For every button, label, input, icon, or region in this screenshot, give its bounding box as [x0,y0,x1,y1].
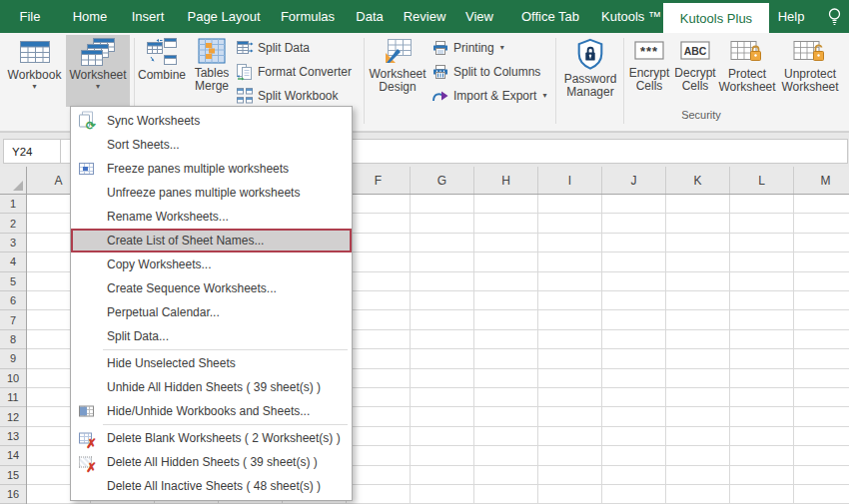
menu-item-unfreeze-panes-multiple-worksheets[interactable]: Unfreeze panes multiple worksheets [71,181,352,205]
worksheet-dropdown-menu: Sync WorksheetsSort Sheets...Freeze pane… [70,106,353,501]
combine-icon [147,38,177,66]
row-header-10[interactable]: 10 [0,369,26,388]
svg-text:ABC: ABC [684,45,707,57]
tell-me-bulb-icon[interactable] [826,7,843,26]
column-header-H[interactable]: H [474,167,538,194]
menu-item-hide-unhide-workbooks-and-sheets[interactable]: Hide/Unhide Workbooks and Sheets... [71,399,352,423]
menu-item-hide-unselected-sheets[interactable]: Hide Unselected Sheets [71,351,352,375]
printing-button[interactable]: Printing ▾ [431,37,504,59]
column-header-L[interactable]: L [730,167,794,194]
format-converter-button[interactable]: Format Converter [236,61,352,83]
workbook-button[interactable]: Workbook ▾ [6,35,63,107]
row-header-5[interactable]: 5 [0,272,26,291]
row-header-7[interactable]: 7 [0,310,26,329]
hide-unhide-icon [79,406,94,417]
row-header-13[interactable]: 13 [0,427,26,446]
printing-icon [431,40,449,56]
menu-separator [103,349,348,350]
tables-merge-label: Tables Merge [189,67,235,93]
menu-item-sync-worksheets[interactable]: Sync Worksheets [71,109,352,133]
combine-button[interactable]: Combine [136,35,188,107]
column-header-I[interactable]: I [538,167,602,194]
import-export-button[interactable]: Import & Export ▾ [431,85,546,107]
tab-review[interactable]: Review [396,0,453,33]
row-header-3[interactable]: 3 [0,234,26,252]
worksheet-button[interactable]: Worksheet ▾ [66,35,130,107]
column-header-K[interactable]: K [666,167,730,194]
column-header-G[interactable]: G [411,167,474,194]
tab-office-tab[interactable]: Office Tab [511,0,589,33]
encrypt-cells-icon: *** [631,38,667,64]
row-header-6[interactable]: 6 [0,291,26,310]
encrypt-cells-label: Encrypt Cells [626,67,672,93]
row-header-2[interactable]: 2 [0,214,26,233]
workbook-icon [19,38,51,66]
tab-kutools[interactable]: Kutools ™ [593,0,669,33]
menu-item-delete-all-hidden-sheets-39-sheet-s[interactable]: Delete All Hidden Sheets ( 39 sheet(s) ) [71,450,352,474]
column-header-M[interactable]: M [794,167,849,194]
row-header-9[interactable]: 9 [0,349,26,368]
row-header-8[interactable]: 8 [0,330,26,349]
dropdown-caret-icon: ▾ [96,83,100,91]
unprotect-worksheet-label: Unprotect Worksheet [776,68,844,94]
menu-item-split-data[interactable]: Split Data... [71,324,352,348]
unprotect-worksheet-button[interactable]: Unprotect Worksheet [776,35,844,107]
row-header-15[interactable]: 15 [0,466,26,485]
split-data-button[interactable]: Split Data [236,37,310,59]
row-header-11[interactable]: 11 [0,388,26,407]
tab-insert[interactable]: Insert [121,0,175,33]
menu-item-perpetual-calendar[interactable]: Perpetual Calendar... [71,300,352,324]
tab-home[interactable]: Home [64,0,116,33]
tab-view[interactable]: View [455,0,503,33]
menu-item-create-sequence-worksheets[interactable]: Create Sequence Worksheets... [71,276,352,300]
menu-item-unhide-all-hidden-sheets-39-sheet-s[interactable]: Unhide All Hidden Sheets ( 39 sheet(s) ) [71,375,352,399]
dropdown-caret-icon: ▾ [32,83,36,91]
excel-window: FileHomeInsertPage LayoutFormulasDataRev… [0,0,849,504]
menu-item-delete-blank-worksheets-2-worksheet-s[interactable]: Delete Blank Worksheets ( 2 Worksheet(s)… [71,426,352,450]
security-group-label: Security [555,109,847,121]
column-header-J[interactable]: J [602,167,666,194]
split-workbook-icon [236,87,254,105]
row-header-4[interactable]: 4 [0,252,26,271]
menu-item-delete-all-inactive-sheets-48-sheet-s[interactable]: Delete All Inactive Sheets ( 48 sheet(s)… [71,474,352,498]
tab-kutools-plus[interactable]: Kutools Plus [663,3,769,33]
split-workbook-button[interactable]: Split Workbook [236,85,338,107]
decrypt-cells-label: Decrypt Cells [672,67,718,93]
format-converter-icon [236,63,254,81]
dropdown-caret-icon: ▾ [500,44,504,52]
worksheet-label: Worksheet [69,69,126,82]
column-header-F[interactable]: F [347,167,411,194]
row-header-1[interactable]: 1 [0,195,26,214]
name-box[interactable]: Y24 [4,140,61,163]
tab-page-layout[interactable]: Page Layout [180,0,268,33]
menu-item-label: Unfreeze panes multiple worksheets [107,186,300,200]
tables-merge-button[interactable]: Tables Merge [189,35,235,107]
menu-item-create-list-of-sheet-names[interactable]: Create List of Sheet Names... [71,229,352,252]
row-header-12[interactable]: 12 [0,407,26,426]
split-to-columns-button[interactable]: Split to Columns [431,61,540,83]
tab-data[interactable]: Data [348,0,392,33]
password-manager-button[interactable]: Password Manager [559,35,621,107]
dropdown-caret-icon: ▾ [542,92,546,100]
worksheet-design-button[interactable]: Worksheet Design [368,35,427,107]
unprotect-worksheet-icon [793,38,827,65]
row-header-16[interactable]: 16 [0,485,26,504]
protect-worksheet-button[interactable]: Protect Worksheet [718,35,776,107]
menu-item-label: Delete All Hidden Sheets ( 39 sheet(s) ) [107,455,318,469]
menu-item-sort-sheets[interactable]: Sort Sheets... [71,133,352,157]
tab-formulas[interactable]: Formulas [272,0,344,33]
select-all-corner[interactable] [0,167,27,194]
menu-item-label: Create List of Sheet Names... [107,234,264,248]
menu-item-rename-worksheets[interactable]: Rename Worksheets... [71,205,352,229]
menu-item-freeze-panes-multiple-worksheets[interactable]: Freeze panes multiple worksheets [71,157,352,181]
tables-merge-icon [198,38,226,64]
tab-file[interactable]: File [8,0,52,33]
decrypt-cells-button[interactable]: ABC Decrypt Cells [672,35,718,107]
svg-text:***: *** [640,44,658,59]
row-header-14[interactable]: 14 [0,446,26,465]
tab-help[interactable]: Help [769,0,813,33]
menu-item-label: Sort Sheets... [107,138,180,152]
menu-item-label: Perpetual Calendar... [107,305,220,319]
encrypt-cells-button[interactable]: *** Encrypt Cells [626,35,672,107]
menu-item-copy-worksheets[interactable]: Copy Worksheets... [71,252,352,276]
